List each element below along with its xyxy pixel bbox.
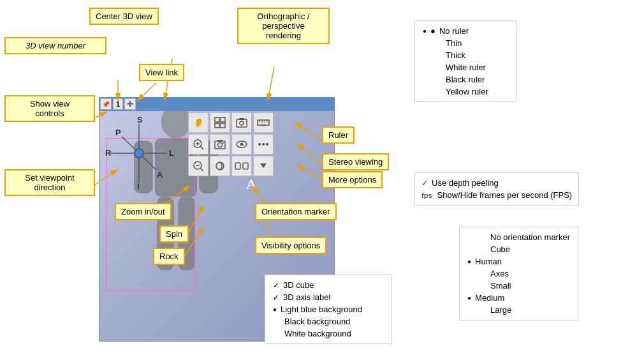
svg-rect-35: [215, 117, 219, 122]
svg-text:10: 10: [261, 123, 266, 127]
annotation-orientation-marker: Orientation marker: [255, 203, 337, 220]
annotation-center-3d: Center 3D view: [89, 8, 159, 25]
vis-3d-axis[interactable]: ✓ 3D axis label: [273, 291, 384, 303]
annotation-visibility-options: Visibility options: [255, 237, 326, 254]
annotation-view-link: View link: [139, 64, 184, 81]
svg-line-63: [200, 168, 203, 171]
ruler-black[interactable]: Black ruler: [423, 73, 508, 86]
zoom-in-button[interactable]: [188, 134, 209, 155]
camera-button[interactable]: [210, 134, 230, 155]
orient-axes[interactable]: Axes: [467, 268, 570, 280]
ruler-white[interactable]: White ruler: [423, 61, 508, 73]
svg-point-64: [216, 162, 224, 170]
annotation-set-viewpoint: Set viewpoint direction: [4, 169, 95, 196]
annotation-ruler: Ruler: [322, 126, 355, 144]
annotation-show-view-controls: Show view controls: [4, 95, 95, 122]
svg-line-51: [200, 146, 203, 149]
orient-large[interactable]: Large: [467, 304, 570, 316]
svg-text:I: I: [137, 182, 140, 190]
svg-point-22: [135, 149, 143, 158]
stereo-button[interactable]: [231, 156, 252, 176]
center-button[interactable]: ✛: [124, 98, 136, 110]
svg-rect-54: [217, 140, 223, 142]
toolbar-strip: 📌 1 ✛: [99, 97, 335, 111]
a-marker: A: [246, 176, 256, 193]
ruler-thick[interactable]: Thick: [423, 49, 508, 61]
more-options-panel: ✓ Use depth peeling fps Show/Hide frames…: [414, 172, 579, 206]
svg-rect-67: [243, 163, 248, 169]
ruler-button[interactable]: 10: [253, 112, 274, 133]
svg-rect-36: [221, 117, 225, 122]
svg-point-53: [218, 143, 223, 147]
orientation-panel: No orientation marker Cube ● Human Axes …: [459, 227, 578, 321]
vis-light-blue-bg[interactable]: ● Light blue background: [273, 303, 384, 315]
svg-rect-37: [215, 123, 219, 128]
ruler-thin[interactable]: Thin: [423, 37, 508, 49]
orient-small[interactable]: Small: [467, 280, 570, 292]
axis-indicator: S I L R P A: [104, 116, 174, 190]
svg-point-40: [240, 121, 244, 125]
control-panel: 👂 10: [188, 112, 274, 176]
dropdown-button[interactable]: [253, 156, 274, 176]
svg-line-31: [122, 137, 136, 150]
ear-button[interactable]: 👂: [188, 112, 209, 133]
annotation-stereo-viewing: Stereo viewing: [322, 153, 389, 170]
ruler-panel: ● No ruler Thin Thick White ruler Black …: [414, 20, 516, 102]
view-number[interactable]: 1: [113, 98, 123, 110]
orient-cube[interactable]: Cube: [467, 243, 570, 255]
visibility-button[interactable]: [231, 134, 252, 155]
depth-peeling-option[interactable]: ✓ Use depth peeling: [421, 177, 572, 189]
fps-option[interactable]: fps Show/Hide frames per second (FPS): [421, 189, 572, 201]
svg-point-55: [223, 142, 224, 144]
pin-button[interactable]: 📌: [100, 98, 112, 110]
svg-rect-39: [237, 119, 247, 127]
svg-point-60: [266, 143, 268, 146]
screenshot-button[interactable]: [231, 112, 252, 133]
svg-point-57: [240, 143, 244, 146]
annotation-ortho-persp: Orthographic / perspective rendering: [237, 8, 330, 44]
svg-text:P: P: [115, 128, 121, 137]
annotation-zoom-inout: Zoom in/out: [115, 203, 172, 220]
svg-rect-41: [239, 118, 244, 120]
svg-rect-38: [221, 123, 225, 128]
more-options-button[interactable]: [253, 134, 274, 155]
ruler-yellow[interactable]: Yellow ruler: [423, 86, 508, 98]
orient-human[interactable]: ● Human: [467, 255, 570, 268]
svg-line-33: [142, 156, 156, 170]
svg-point-59: [262, 143, 265, 146]
annotation-spin: Spin: [159, 225, 189, 243]
svg-text:R: R: [105, 148, 112, 158]
svg-text:S: S: [137, 116, 143, 124]
svg-line-6: [268, 67, 274, 101]
svg-text:A: A: [157, 170, 163, 179]
orient-none[interactable]: No orientation marker: [467, 231, 570, 243]
vis-black-bg[interactable]: Black background: [273, 315, 384, 328]
svg-point-58: [258, 143, 261, 146]
annotation-rock: Rock: [153, 248, 185, 265]
svg-text:L: L: [169, 148, 174, 158]
spin-button[interactable]: [210, 156, 230, 176]
orient-medium[interactable]: ● Medium: [467, 292, 570, 304]
vis-3d-cube[interactable]: ✓ 3D cube: [273, 279, 384, 291]
svg-rect-66: [235, 163, 240, 169]
layout-button[interactable]: [210, 112, 230, 133]
annotation-view-number: 3D view number: [4, 37, 106, 54]
vis-white-bg[interactable]: White background: [273, 328, 384, 340]
zoom-out-button[interactable]: [188, 156, 209, 176]
ruler-no-ruler[interactable]: ● No ruler: [423, 25, 508, 37]
visibility-panel: ✓ 3D cube ✓ 3D axis label ● Light blue b…: [265, 275, 392, 344]
annotation-more-options: More options: [322, 171, 383, 188]
svg-marker-68: [260, 163, 267, 168]
